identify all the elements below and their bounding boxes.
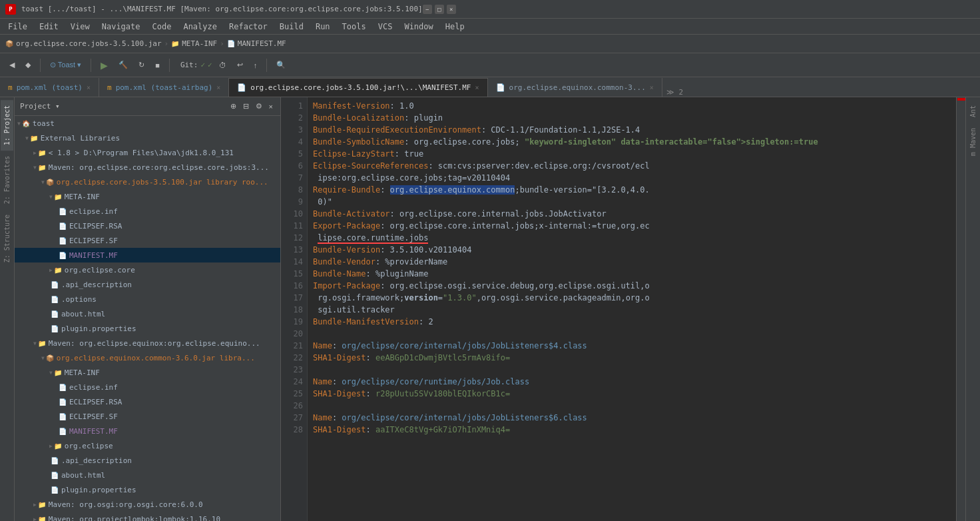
tree-item-maven-jobs[interactable]: ▼ 📁Maven: org.eclipse.core:org.eclipse.c… (15, 160, 280, 175)
tree-item-api-desc2[interactable]: 📄.api_description (15, 453, 280, 468)
manifest-key: Bundle-RequiredExecutionEnvironment (313, 125, 481, 135)
search-button[interactable]: 🔍 (272, 59, 290, 71)
tree-item-eclipsef-sf2[interactable]: 📄ECLIPSEF.SF (15, 409, 280, 424)
tree-item-ext-libs[interactable]: ▼ 📁External Libraries (15, 131, 280, 145)
tree-item-about-html[interactable]: 📄about.html (15, 306, 280, 321)
forward-button[interactable]: ◆ (21, 59, 35, 71)
tree-item-org-eclipse-core[interactable]: ▶ 📁org.eclipse.core (15, 262, 280, 277)
tree-item-meta-inf2[interactable]: ▼ 📁META-INF (15, 365, 280, 380)
tree-item-eclipsef-rsa2[interactable]: 📄ECLIPSEF.RSA (15, 394, 280, 409)
tree-item-meta-inf[interactable]: ▼ 📁META-INF (15, 189, 280, 204)
tree-item-maven-lombok[interactable]: ▶ 📁Maven: org.projectlombok:lombok:1.16.… (15, 512, 280, 521)
menu-item-window[interactable]: Window (399, 21, 438, 33)
code-line-6: Eclipse-SourceReferences: scm:cvs:pserve… (313, 160, 956, 172)
line-number-8: 8 (281, 184, 303, 196)
menu-item-analyze[interactable]: Analyze (178, 21, 222, 33)
menu-item-file[interactable]: File (3, 21, 33, 33)
code-line-18: sgi.util.tracker (313, 304, 956, 316)
tab-pom-airbag[interactable]: mpom.xml (toast-airbag)× (99, 78, 229, 97)
menu-item-code[interactable]: Code (147, 21, 177, 33)
manifest-key: Import-Package (313, 281, 380, 290)
git-revert-button[interactable]: ↩ (233, 59, 247, 71)
git-check-1[interactable]: ✓ (200, 61, 205, 69)
tree-label-org-eclipse-core: org.eclipse.core (65, 266, 135, 274)
menu-item-build[interactable]: Build (274, 21, 309, 33)
tree-item-eclipse-inf[interactable]: 📄eclipse.inf (15, 204, 280, 219)
tree-item-options[interactable]: 📄.options (15, 292, 280, 306)
run-button[interactable]: ▶ (97, 58, 112, 73)
menu-item-refactor[interactable]: Refactor (224, 21, 273, 33)
build-button[interactable]: 🔨 (115, 59, 132, 71)
tree-item-about2[interactable]: 📄about.html (15, 468, 280, 482)
breadcrumb-jar[interactable]: org.eclipse.core.jobs-3.5.100.jar (16, 39, 162, 48)
rerun-button[interactable]: ↻ (134, 59, 148, 71)
breadcrumb-folder[interactable]: META-INF (182, 39, 217, 48)
back-button[interactable]: ◀ (5, 59, 19, 71)
sidebar-collapse-button[interactable]: ⊟ (241, 102, 251, 111)
tree-item-maven-osgi[interactable]: ▶ 📁Maven: org.osgi:org.osgi.core:6.0.0 (15, 497, 280, 512)
manifest-key: Export-Package (313, 221, 380, 231)
tab-close-pom-airbag[interactable]: × (216, 84, 220, 91)
sidebar-close-button[interactable]: × (267, 103, 275, 111)
minimize-button[interactable]: − (423, 5, 432, 14)
tree-item-api-description[interactable]: 📄.api_description (15, 277, 280, 292)
code-line-28: SHA1-Digest: aaITXeC8tVg+Gk7iO7hInXMniq4… (313, 424, 956, 436)
tree-item-eclipsef-rsa[interactable]: 📄ECLIPSEF.RSA (15, 219, 280, 233)
tree-item-org-eclipse2[interactable]: ▶ 📁org.eclipse (15, 438, 280, 453)
structure-tab[interactable]: Z: Structure (1, 209, 13, 268)
breadcrumb-file[interactable]: MANIFEST.MF (238, 39, 286, 48)
tree-icon-options: 📄 (51, 295, 59, 304)
git-push-button[interactable]: ↑ (250, 59, 262, 71)
code-line-17: rg.osgi.framework;version="1.3.0",org.os… (313, 292, 956, 304)
tab-equinox[interactable]: 📄org.eclipse.equinox.common-3...× (488, 78, 662, 97)
code-content[interactable]: Manifest-Version: 1.0Bundle-Localization… (308, 97, 956, 521)
code-line-20 (313, 328, 956, 340)
tab-close-equinox[interactable]: × (650, 84, 654, 91)
git-label: Git: (180, 61, 198, 69)
tree-item-jobs-jar[interactable]: ▼ 📦org.eclipse.core.jobs-3.5.100.jar lib… (15, 175, 280, 189)
tree-item-manifest-mf[interactable]: 📄MANIFEST.MF (15, 248, 280, 262)
tab-close-pom-toast[interactable]: × (87, 84, 91, 91)
menu-item-edit[interactable]: Edit (34, 21, 64, 33)
toast-dropdown[interactable]: ⊙ Toast ▾ (46, 59, 85, 71)
close-button[interactable]: × (447, 5, 456, 14)
code-line-5: Eclipse-LazyStart: true (313, 148, 956, 160)
maven-tab[interactable]: m Maven (967, 123, 979, 161)
git-history-button[interactable]: ⏱ (215, 59, 230, 71)
tree-item-plugin2[interactable]: 📄plugin.properties (15, 482, 280, 497)
tabs-overflow[interactable]: ≫ 2 (662, 88, 687, 97)
git-check-2[interactable]: ✓ (208, 61, 212, 69)
tree-item-plugin-properties[interactable]: 📄plugin.properties (15, 321, 280, 336)
tree-item-jdk18[interactable]: ▶ 📁< 1.8 > D:\Program Files\Java\jdk1.8.… (15, 145, 280, 160)
code-line-3: Bundle-RequiredExecutionEnvironment: CDC… (313, 124, 956, 136)
tab-pom-toast[interactable]: mpom.xml (toast)× (0, 78, 99, 97)
maximize-button[interactable]: □ (435, 5, 444, 14)
stop-button[interactable]: ■ (151, 59, 164, 71)
tree-item-eclipsef-sf[interactable]: 📄ECLIPSEF.SF (15, 233, 280, 248)
menu-item-navigate[interactable]: Navigate (97, 21, 146, 33)
tree-icon-maven-equinox: 📁 (38, 339, 46, 348)
favorites-tab[interactable]: 2: Favorites (1, 151, 13, 209)
tree-item-manifest-mf2[interactable]: 📄MANIFEST.MF (15, 424, 280, 438)
tree-item-maven-equinox[interactable]: ▼ 📁Maven: org.eclipse.equinox:org.eclips… (15, 336, 280, 350)
project-tab[interactable]: 1: Project (1, 100, 13, 151)
menu-item-vcs[interactable]: VCS (373, 21, 398, 33)
tree-label-eclipse-inf: eclipse.inf (69, 207, 118, 216)
ant-tab[interactable]: Ant (967, 100, 979, 123)
tree-icon-maven-jobs: 📁 (38, 163, 46, 172)
menu-item-run[interactable]: Run (310, 21, 336, 33)
tab-close-manifest[interactable]: × (475, 84, 479, 91)
menu-item-tools[interactable]: Tools (337, 21, 371, 33)
menu-item-help[interactable]: Help (440, 21, 470, 33)
tab-manifest[interactable]: 📄org.eclipse.core.jobs-3.5.100.jar!\...\… (229, 78, 487, 97)
sha-val: aaITXeC8tVg+Gk7iO7hInXMniq4= (375, 425, 510, 434)
sidebar-new-button[interactable]: ⊕ (228, 102, 238, 111)
tree-item-toast-root[interactable]: ▼ 🏠toast (15, 116, 280, 131)
menu-item-view[interactable]: View (65, 21, 95, 33)
code-line-4: Bundle-SymbolicName: org.eclipse.core.jo… (313, 136, 956, 148)
tree-label-options: .options (61, 295, 97, 304)
tree-item-equinox-jar[interactable]: ▼ 📦org.eclipse.equinox.common-3.6.0.jar … (15, 350, 280, 365)
sidebar-settings-button[interactable]: ⚙ (254, 102, 264, 111)
manifest-name-key: Name (313, 413, 332, 422)
tree-item-eclipse-inf2[interactable]: 📄eclipse.inf (15, 380, 280, 394)
